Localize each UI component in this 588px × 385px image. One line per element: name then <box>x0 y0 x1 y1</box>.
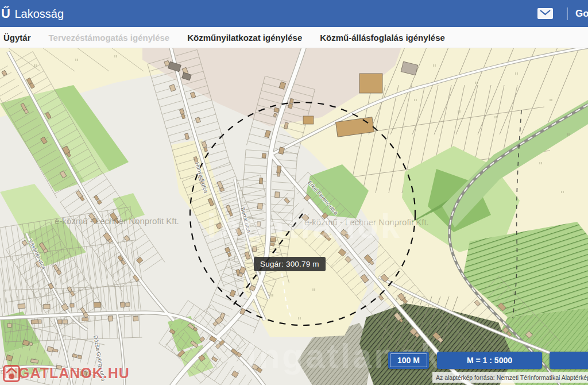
app-logo-mark: Ű <box>1 6 10 21</box>
svg-text:e-közmű - Lechner Nonprofit Kf: e-közmű - Lechner Nonprofit Kft. <box>55 216 179 226</box>
nav-item-1: Tervezéstámogatás igénylése <box>49 33 170 43</box>
scale-bar-button[interactable]: 100 M <box>388 352 429 369</box>
map-canvas[interactable]: Hunyadi utcaBertai utcaErkel Ferenc utca… <box>0 48 588 385</box>
nav-item-2[interactable]: Közműnyilatkozat igénylése <box>187 33 302 43</box>
map-attribution: Az alaptérkép forrása: Nemzeti Térinform… <box>432 372 588 383</box>
ingatlanok-watermark: INGATLANOK.HU <box>3 365 130 382</box>
house-icon <box>3 365 20 382</box>
svg-text:ingatlanok: ingatlanok <box>207 207 402 245</box>
nav-item-0[interactable]: Ügytár <box>3 33 31 43</box>
scale-bar-label: 100 M <box>390 353 427 367</box>
user-menu[interactable]: Go <box>575 8 588 20</box>
mail-icon[interactable] <box>537 8 553 19</box>
radius-tooltip: Sugár: 300.79 m <box>254 257 326 271</box>
header-divider <box>567 7 568 20</box>
cropped-button[interactable] <box>550 352 588 369</box>
ingatlanok-watermark-text: INGATLANOK.HU <box>3 365 130 382</box>
map-ratio-button[interactable]: M = 1 : 5000 <box>437 352 542 369</box>
nav-item-3[interactable]: Közmű-állásfoglalás igénylése <box>320 33 445 43</box>
app-header: Ű Lakosság Go <box>0 0 588 27</box>
main-nav: ÜgytárTervezéstámogatás igényléseKözműny… <box>0 27 588 48</box>
app-logo-label: Lakosság <box>14 7 64 21</box>
app-logo: Ű Lakosság <box>1 6 64 21</box>
